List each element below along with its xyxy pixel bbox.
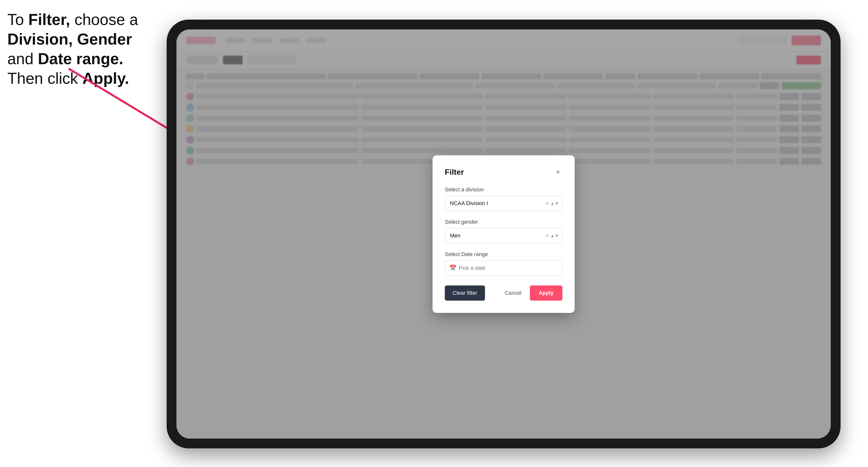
- modal-header: Filter ×: [445, 167, 562, 177]
- instruction-bold2: Division, Gender: [7, 30, 132, 48]
- gender-chevron-icon: ▲▼: [550, 234, 559, 238]
- division-label: Select a division: [445, 186, 562, 193]
- date-range-label: Select Date range: [445, 251, 562, 257]
- gender-select-icons: × ▲▼: [546, 232, 559, 239]
- apply-button[interactable]: Apply: [530, 285, 562, 301]
- division-select[interactable]: NCAA Division I NCAA Division II NCAA Di…: [445, 196, 562, 211]
- modal-title: Filter: [445, 167, 464, 177]
- gender-select[interactable]: Men Women: [445, 228, 562, 243]
- instruction-line3: and Date range.: [7, 50, 123, 68]
- tablet-screen: Filter × Select a division NCAA Division…: [177, 29, 831, 439]
- instruction-text: To Filter, choose a Division, Gender and…: [7, 10, 145, 88]
- gender-label: Select gender: [445, 219, 562, 225]
- chevron-up-down-icon: ▲▼: [550, 201, 559, 206]
- modal-footer-right: Cancel Apply: [499, 285, 562, 301]
- gender-clear-icon[interactable]: ×: [546, 232, 549, 239]
- gender-field: Select gender Men Women × ▲▼: [445, 219, 562, 243]
- cancel-button[interactable]: Cancel: [499, 285, 527, 301]
- instruction-line1: To Filter, choose a: [7, 11, 138, 28]
- date-range-input[interactable]: [445, 260, 562, 276]
- gender-select-wrapper: Men Women × ▲▼: [445, 228, 562, 243]
- division-field: Select a division NCAA Division I NCAA D…: [445, 186, 562, 211]
- select-clear-icon[interactable]: ×: [546, 200, 549, 207]
- date-input-wrapper: 📅: [445, 260, 562, 276]
- calendar-icon: 📅: [449, 264, 457, 272]
- modal-footer: Clear filter Cancel Apply: [445, 285, 562, 301]
- clear-filter-button[interactable]: Clear filter: [445, 285, 485, 301]
- filter-modal: Filter × Select a division NCAA Division…: [433, 155, 575, 313]
- instruction-line4: Then click Apply.: [7, 70, 129, 87]
- modal-close-button[interactable]: ×: [554, 167, 562, 177]
- select-icons: × ▲▼: [546, 200, 559, 207]
- division-select-wrapper: NCAA Division I NCAA Division II NCAA Di…: [445, 196, 562, 211]
- tablet-device: Filter × Select a division NCAA Division…: [167, 20, 841, 448]
- date-range-field: Select Date range 📅: [445, 251, 562, 276]
- modal-overlay: Filter × Select a division NCAA Division…: [177, 29, 831, 439]
